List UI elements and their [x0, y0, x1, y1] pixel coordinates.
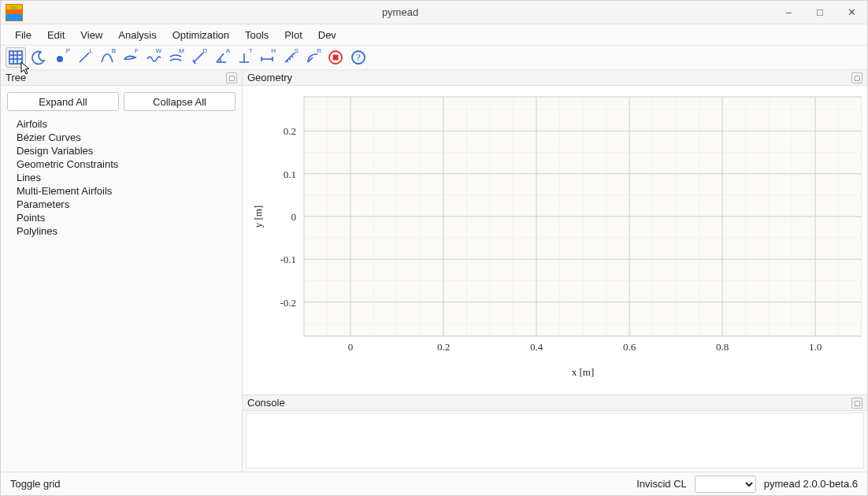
tree-list[interactable]: AirfoilsBézier CurvesDesign VariablesGeo… — [1, 114, 242, 241]
tool-letter: R — [317, 47, 321, 54]
statusbar: Toggle grid Inviscid CL pymead 2.0.0-bet… — [1, 472, 867, 495]
svg-rect-18 — [333, 55, 339, 61]
status-hint: Toggle grid — [10, 478, 61, 490]
tree-item[interactable]: Bézier Curves — [17, 131, 226, 144]
menu-dev[interactable]: Dev — [312, 27, 343, 43]
svg-point-5 — [57, 56, 63, 62]
tool-letter: L — [90, 47, 93, 54]
tree-item[interactable]: Airfoils — [17, 117, 226, 131]
tool-letter: S — [295, 47, 299, 54]
titlebar: py pymead – □ ✕ — [1, 1, 867, 24]
geometry-title: Geometry — [247, 72, 292, 83]
svg-line-7 — [194, 53, 203, 62]
svg-text:0.4: 0.4 — [530, 341, 543, 353]
tool-letter: D — [202, 47, 207, 54]
svg-line-13 — [287, 61, 288, 62]
version-label: pymead 2.0.0-beta.6 — [764, 478, 858, 490]
geometry-close-icon[interactable]: ▢ — [851, 72, 862, 83]
cl-combo[interactable] — [695, 476, 756, 493]
tree-item[interactable]: Polylines — [17, 224, 226, 238]
menu-file[interactable]: File — [9, 27, 38, 43]
tool-letter: B — [112, 47, 116, 54]
tool-letter: A — [226, 47, 230, 54]
main-area: Tree ▢ Expand All Collapse All AirfoilsB… — [1, 70, 867, 472]
svg-text:0.6: 0.6 — [623, 341, 636, 353]
menu-optimization[interactable]: Optimization — [166, 27, 236, 43]
menu-edit[interactable]: Edit — [41, 27, 71, 43]
svg-text:1.0: 1.0 — [809, 341, 822, 353]
tool-letter: W — [155, 47, 161, 54]
point-tool-button[interactable]: P — [51, 47, 72, 68]
plot-area[interactable]: 00.20.40.60.81.0-0.2-0.100.10.2x [m]y [m… — [243, 86, 867, 394]
minimize-button[interactable]: – — [773, 1, 804, 24]
tree-item[interactable]: Points — [17, 211, 226, 224]
moon-icon — [31, 50, 46, 65]
svg-text:x [m]: x [m] — [572, 366, 595, 378]
menu-plot[interactable]: Plot — [278, 27, 308, 43]
tool-letter: P — [66, 47, 70, 54]
svg-text:0.2: 0.2 — [437, 341, 450, 353]
help-icon: ? — [351, 50, 366, 65]
right-pane: Geometry ▢ 00.20.40.60.81.0-0.2-0.100.10… — [243, 70, 867, 472]
tree-title: Tree — [6, 72, 26, 83]
svg-line-12 — [285, 53, 295, 62]
console-output[interactable] — [246, 413, 864, 468]
tree-item[interactable]: Design Variables — [17, 144, 226, 157]
radius-tool-button[interactable]: R — [302, 47, 323, 68]
angle-tool-button[interactable]: A — [211, 47, 232, 68]
tree-pane: Tree ▢ Expand All Collapse All AirfoilsB… — [1, 70, 243, 472]
menu-tools[interactable]: Tools — [239, 27, 275, 43]
wavy-tool-button[interactable]: W — [143, 47, 163, 68]
svg-text:0.2: 0.2 — [284, 125, 296, 137]
tool-letter: F — [135, 47, 139, 54]
maximize-button[interactable]: □ — [804, 1, 836, 24]
tool-letter: M — [179, 47, 184, 54]
measure-tool-button[interactable]: S — [280, 47, 300, 68]
close-button[interactable]: ✕ — [836, 1, 867, 24]
tree-item[interactable]: Multi-Element Airfoils — [17, 184, 226, 198]
window-title: pymead — [28, 6, 773, 18]
svg-line-15 — [291, 56, 293, 57]
tree-item[interactable]: Geometric Constraints — [17, 157, 226, 171]
svg-text:-0.2: -0.2 — [280, 297, 296, 309]
stop-button[interactable] — [325, 47, 346, 68]
tool-letter: T — [249, 47, 253, 54]
horiz-tool-button[interactable]: H — [257, 47, 277, 68]
svg-text:0.1: 0.1 — [284, 168, 296, 180]
svg-text:0.8: 0.8 — [716, 341, 729, 353]
svg-text:-0.1: -0.1 — [280, 254, 296, 265]
help-button[interactable]: ? — [348, 47, 369, 68]
tree-close-icon[interactable]: ▢ — [226, 72, 237, 83]
plot-canvas[interactable]: 00.20.40.60.81.0-0.2-0.100.10.2x [m]y [m… — [247, 91, 862, 382]
cl-label: Inviscid CL — [636, 478, 687, 490]
svg-text:0: 0 — [291, 211, 297, 223]
svg-line-6 — [80, 53, 89, 62]
grid-icon — [8, 50, 24, 65]
multi-tool-button[interactable]: M — [165, 47, 186, 68]
dimension-tool-button[interactable]: D — [188, 47, 209, 68]
stop-icon — [328, 50, 343, 65]
airfoil-tool-button[interactable]: F — [120, 47, 140, 68]
bezier-tool-button[interactable]: B — [97, 47, 117, 68]
perp-tool-button[interactable]: T — [234, 47, 254, 68]
svg-line-14 — [289, 58, 291, 60]
app-icon: py — [6, 4, 23, 21]
menubar: File Edit View Analysis Optimization Too… — [1, 24, 867, 45]
console-title: Console — [247, 397, 285, 409]
svg-text:0: 0 — [348, 341, 354, 353]
toolbar: P L B F W M D A T H S R — [1, 45, 867, 70]
line-tool-button[interactable]: L — [74, 47, 95, 68]
tool-letter: H — [271, 47, 276, 54]
svg-text:y [m]: y [m] — [252, 205, 264, 228]
console-close-icon[interactable]: ▢ — [851, 398, 862, 409]
theme-toggle-button[interactable] — [28, 47, 49, 68]
menu-view[interactable]: View — [74, 27, 109, 43]
grid-toggle-button[interactable] — [6, 47, 26, 68]
menu-analysis[interactable]: Analysis — [112, 27, 162, 43]
tree-item[interactable]: Parameters — [17, 198, 226, 211]
expand-all-button[interactable]: Expand All — [7, 92, 119, 111]
svg-text:?: ? — [356, 51, 361, 63]
svg-rect-0 — [9, 51, 22, 64]
collapse-all-button[interactable]: Collapse All — [124, 92, 236, 111]
tree-item[interactable]: Lines — [17, 171, 226, 184]
